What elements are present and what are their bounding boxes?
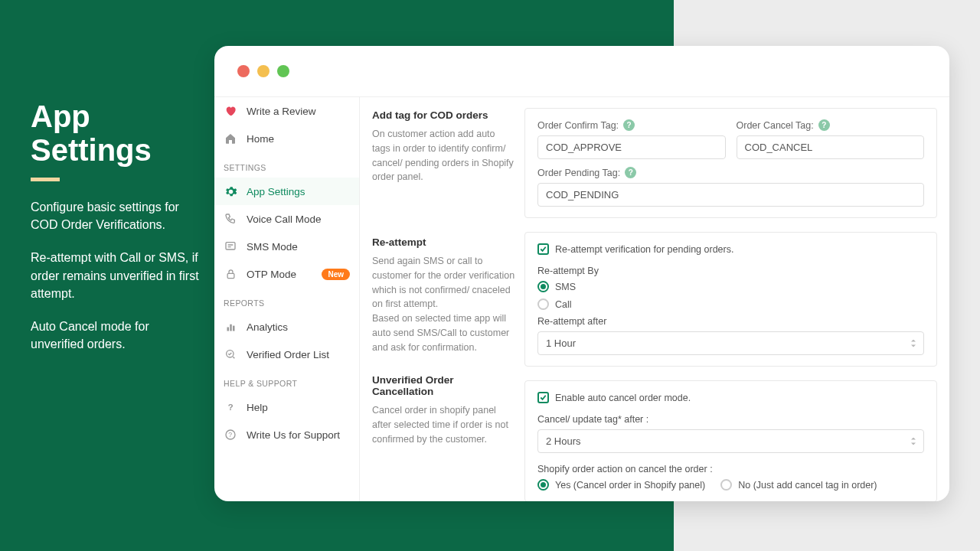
sidebar-item-write-us[interactable]: ? Write Us for Support — [214, 421, 359, 448]
section-title-cancel: Unverified Order Cancellation — [372, 374, 515, 397]
traffic-light-close[interactable] — [237, 65, 250, 77]
sidebar-label: Write a Review — [247, 106, 316, 117]
svg-text:?: ? — [228, 431, 232, 439]
sidebar-item-help[interactable]: ? Help — [214, 393, 359, 421]
support-icon: ? — [224, 428, 237, 442]
order-cancel-label: Order Cancel Tag: — [737, 120, 814, 131]
reattempt-radio-call[interactable]: Call — [537, 298, 924, 310]
sidebar-label: Home — [247, 133, 274, 145]
verified-icon — [224, 347, 237, 361]
section-desc-cancel: Cancel order in shopify panel after sele… — [372, 403, 515, 446]
svg-rect-1 — [227, 273, 234, 278]
hero-p1: Configure basic settings for COD Order V… — [31, 198, 199, 233]
sidebar-label: Verified Order List — [247, 349, 329, 360]
sidebar-item-voice-call[interactable]: Voice Call Mode — [214, 205, 359, 233]
cancel-after-select[interactable]: 2 Hours — [537, 429, 924, 453]
card-reattempt: Re-attempt verification for pending orde… — [524, 232, 937, 367]
cancel-radio-yes[interactable]: Yes (Cancel order in Shopify panel) — [537, 479, 705, 491]
shopify-action-label: Shopify order action on cancel the order… — [537, 464, 924, 474]
sms-icon — [224, 240, 237, 253]
sidebar-item-analytics[interactable]: Analytics — [214, 313, 359, 341]
radio-icon — [720, 479, 732, 491]
help-icon[interactable]: ? — [625, 167, 636, 178]
reattempt-after-select[interactable]: 1 Hour — [537, 331, 924, 355]
radio-label: Yes (Cancel order in Shopify panel) — [555, 480, 705, 491]
hero-text: App Settings Configure basic settings fo… — [31, 99, 199, 368]
app-window: Write a Review Home SETTINGS App Setting… — [214, 46, 949, 501]
cancel-after-label: Cancel/ update tag* after : — [537, 414, 924, 425]
reattempt-checkbox-label: Re-attempt verification for pending orde… — [555, 244, 733, 255]
card-tags: Order Confirm Tag:? Order Cancel Tag:? O… — [524, 108, 937, 218]
card-cancellation: Enable auto cancel order mode. Cancel/ u… — [524, 380, 937, 501]
sidebar: Write a Review Home SETTINGS App Setting… — [214, 97, 360, 501]
svg-rect-4 — [233, 325, 235, 331]
home-icon — [224, 132, 237, 145]
reattempt-checkbox[interactable] — [537, 243, 549, 255]
section-title-reattempt: Re-attempt — [372, 236, 515, 248]
sidebar-heading-reports: REPORTS — [214, 288, 359, 313]
sidebar-item-sms[interactable]: SMS Mode — [214, 233, 359, 260]
traffic-light-zoom[interactable] — [277, 65, 289, 77]
reattempt-after-label: Re-attempt after — [537, 316, 924, 327]
description-column: Add tag for COD orders On customer actio… — [360, 97, 524, 501]
svg-rect-0 — [226, 243, 235, 249]
sidebar-item-write-review[interactable]: Write a Review — [214, 97, 359, 125]
radio-icon — [537, 298, 549, 310]
section-title-tags: Add tag for COD orders — [372, 109, 515, 121]
heart-icon — [224, 104, 237, 118]
form-column: Order Confirm Tag:? Order Cancel Tag:? O… — [524, 97, 949, 501]
radio-label: SMS — [555, 282, 576, 292]
sidebar-item-otp[interactable]: OTP Mode New — [214, 260, 359, 288]
sidebar-heading-settings: SETTINGS — [214, 152, 359, 178]
select-value: 1 Hour — [546, 337, 576, 349]
order-cancel-input[interactable] — [737, 135, 925, 159]
radio-label: Call — [555, 299, 572, 310]
new-badge: New — [322, 269, 350, 280]
window-titlebar — [214, 46, 949, 96]
gear-icon — [224, 184, 237, 198]
sidebar-label: SMS Mode — [247, 241, 298, 253]
svg-rect-3 — [230, 324, 232, 331]
content-area: Add tag for COD orders On customer actio… — [360, 97, 949, 501]
sidebar-heading-help: HELP & SUPPORT — [214, 368, 359, 393]
sidebar-label: OTP Mode — [247, 269, 296, 280]
auto-cancel-checkbox-label: Enable auto cancel order mode. — [555, 393, 691, 403]
sidebar-label: Voice Call Mode — [247, 214, 322, 225]
order-pending-input[interactable] — [537, 183, 924, 207]
sidebar-item-app-settings[interactable]: App Settings — [214, 178, 359, 205]
sidebar-item-home[interactable]: Home — [214, 125, 359, 152]
traffic-light-minimize[interactable] — [257, 65, 270, 77]
radio-label: No (Just add cancel tag in order) — [738, 480, 877, 491]
sidebar-label: Help — [247, 402, 268, 413]
radio-icon — [537, 479, 549, 491]
order-confirm-label: Order Confirm Tag: — [537, 120, 619, 131]
reattempt-by-label: Re-attempt By — [537, 266, 924, 276]
section-desc-tags: On customer action add auto tags in orde… — [372, 127, 515, 184]
chart-icon — [224, 320, 237, 334]
question-icon: ? — [224, 400, 237, 414]
svg-rect-2 — [227, 327, 229, 331]
help-icon[interactable]: ? — [818, 119, 830, 131]
section-desc-reattempt: Send again SMS or call to customer for t… — [372, 254, 515, 354]
svg-text:?: ? — [227, 403, 233, 412]
radio-icon — [537, 281, 549, 292]
sidebar-label: App Settings — [247, 186, 305, 197]
sidebar-item-verified-orders[interactable]: Verified Order List — [214, 341, 359, 368]
sidebar-label: Write Us for Support — [247, 429, 340, 441]
hero-p2: Re-attempt with Call or SMS, if order re… — [31, 249, 199, 302]
auto-cancel-checkbox[interactable] — [537, 392, 549, 403]
select-value: 2 Hours — [546, 435, 581, 447]
order-pending-label: Order Pending Tag: — [537, 168, 620, 178]
hero-title: App Settings — [31, 99, 199, 167]
order-confirm-input[interactable] — [537, 135, 726, 159]
lock-icon — [224, 267, 237, 281]
cancel-radio-no[interactable]: No (Just add cancel tag in order) — [720, 479, 877, 491]
reattempt-radio-sms[interactable]: SMS — [537, 281, 924, 292]
sidebar-label: Analytics — [247, 321, 288, 333]
phone-icon — [224, 212, 237, 226]
hero-p3: Auto Cancel mode for unverified orders. — [31, 318, 199, 353]
help-icon[interactable]: ? — [623, 119, 635, 131]
hero-accent-bar — [31, 178, 60, 181]
